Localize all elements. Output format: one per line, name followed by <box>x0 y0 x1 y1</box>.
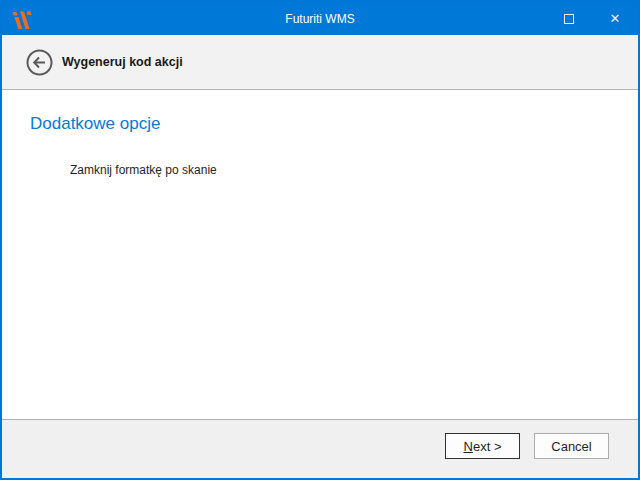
titlebar: Futuriti WMS ✕ <box>2 2 638 35</box>
footer-bar: Next > Cancel <box>2 419 638 478</box>
close-button[interactable]: ✕ <box>592 2 638 35</box>
page-heading: Dodatkowe opcje <box>30 114 610 134</box>
close-icon: ✕ <box>610 12 621 25</box>
content-area: Dodatkowe opcje Zamknij formatkę po skan… <box>2 90 638 419</box>
wizard-step-title: Wygeneruj kod akcji <box>62 55 183 69</box>
option-zamknij-formatke[interactable]: Zamknij formatkę po skanie <box>70 163 610 177</box>
wizard-window: Futuriti WMS ✕ Wygeneruj kod akcji Dodat… <box>0 0 640 480</box>
futuriti-logo-icon <box>10 8 34 30</box>
maximize-button[interactable] <box>546 2 592 35</box>
back-arrow-icon <box>26 49 53 76</box>
option-label: Zamknij formatkę po skanie <box>70 163 217 177</box>
window-controls: ✕ <box>546 2 638 35</box>
window-title: Futuriti WMS <box>2 12 638 26</box>
next-button[interactable]: Next > <box>445 433 520 459</box>
cancel-button[interactable]: Cancel <box>534 433 609 459</box>
back-button[interactable] <box>25 48 53 76</box>
wizard-header: Wygeneruj kod akcji <box>2 35 638 90</box>
maximize-icon <box>564 14 574 24</box>
